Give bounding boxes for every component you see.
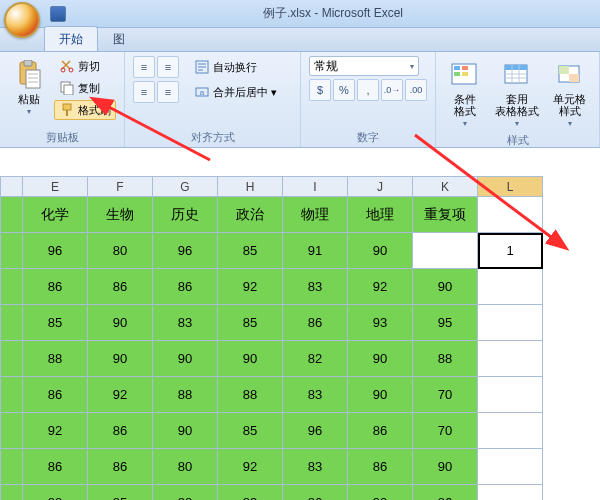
- cell[interactable]: 80: [88, 233, 153, 269]
- wrap-text-button[interactable]: 自动换行: [189, 56, 262, 78]
- row-lead[interactable]: [1, 197, 23, 233]
- row-lead[interactable]: [1, 305, 23, 341]
- cell[interactable]: 90: [413, 449, 478, 485]
- row-lead[interactable]: [1, 233, 23, 269]
- corner-cell[interactable]: [1, 177, 23, 197]
- cell[interactable]: 88: [218, 377, 283, 413]
- cell[interactable]: [478, 305, 543, 341]
- cell[interactable]: 92: [218, 269, 283, 305]
- header-cell[interactable]: 地理: [348, 197, 413, 233]
- cell[interactable]: 92: [348, 269, 413, 305]
- cell[interactable]: [478, 341, 543, 377]
- number-format-combo[interactable]: 常规 ▾: [309, 56, 419, 76]
- cell[interactable]: 86: [88, 269, 153, 305]
- cell[interactable]: [478, 413, 543, 449]
- worksheet[interactable]: EFGHIJKL化学生物历史政治物理地理重复项96809685919018686…: [0, 176, 600, 500]
- cell[interactable]: 96: [283, 413, 348, 449]
- paste-button[interactable]: 粘贴 ▾: [8, 56, 50, 119]
- cell[interactable]: 85: [88, 485, 153, 501]
- copy-button[interactable]: 复制: [54, 78, 116, 98]
- cell[interactable]: 85: [23, 305, 88, 341]
- cell[interactable]: 90: [88, 341, 153, 377]
- cell[interactable]: 90: [88, 305, 153, 341]
- cell[interactable]: 86: [23, 269, 88, 305]
- cell[interactable]: 92: [23, 413, 88, 449]
- cell[interactable]: 83: [283, 449, 348, 485]
- cell[interactable]: 90: [348, 377, 413, 413]
- cell[interactable]: 83: [283, 269, 348, 305]
- cell[interactable]: 95: [413, 305, 478, 341]
- cell[interactable]: 83: [283, 377, 348, 413]
- tab-other[interactable]: 图: [98, 26, 140, 51]
- save-icon[interactable]: [50, 6, 66, 22]
- align-misc-button[interactable]: ≡: [133, 56, 155, 78]
- col-header-F[interactable]: F: [88, 177, 153, 197]
- cell[interactable]: 83: [153, 305, 218, 341]
- cell[interactable]: [478, 485, 543, 501]
- cell[interactable]: 92: [348, 485, 413, 501]
- col-header-E[interactable]: E: [23, 177, 88, 197]
- header-cell[interactable]: 化学: [23, 197, 88, 233]
- cell[interactable]: 90: [218, 341, 283, 377]
- cell[interactable]: 85: [218, 305, 283, 341]
- col-header-J[interactable]: J: [348, 177, 413, 197]
- col-header-H[interactable]: H: [218, 177, 283, 197]
- cell[interactable]: 86: [283, 305, 348, 341]
- header-cell[interactable]: 历史: [153, 197, 218, 233]
- cell[interactable]: 92: [218, 449, 283, 485]
- cell[interactable]: 86: [413, 485, 478, 501]
- row-lead[interactable]: [1, 341, 23, 377]
- cell[interactable]: 83: [218, 485, 283, 501]
- cell[interactable]: [478, 269, 543, 305]
- format-painter-button[interactable]: 格式刷: [54, 100, 116, 120]
- merge-center-button[interactable]: a 合并后居中 ▾: [189, 81, 282, 103]
- cell[interactable]: 92: [88, 377, 153, 413]
- cell[interactable]: [478, 449, 543, 485]
- cell[interactable]: 88: [413, 341, 478, 377]
- cell[interactable]: 82: [283, 341, 348, 377]
- cell[interactable]: 88: [153, 377, 218, 413]
- percent-button[interactable]: %: [333, 79, 355, 101]
- cut-button[interactable]: 剪切: [54, 56, 116, 76]
- cell[interactable]: 90: [348, 341, 413, 377]
- align-right-button[interactable]: ≡: [157, 81, 179, 103]
- cell[interactable]: 80: [153, 449, 218, 485]
- row-lead[interactable]: [1, 377, 23, 413]
- office-button[interactable]: [4, 2, 40, 38]
- cell[interactable]: 85: [218, 233, 283, 269]
- row-lead[interactable]: [1, 449, 23, 485]
- cell[interactable]: 86: [348, 449, 413, 485]
- cell[interactable]: 80: [23, 485, 88, 501]
- currency-button[interactable]: $: [309, 79, 331, 101]
- cell[interactable]: 86: [88, 449, 153, 485]
- table-format-button[interactable]: 套用 表格格式 ▾: [490, 56, 544, 131]
- align-misc2-button[interactable]: ≡: [157, 56, 179, 78]
- cell[interactable]: 88: [153, 485, 218, 501]
- comma-button[interactable]: ,: [357, 79, 379, 101]
- cell[interactable]: 70: [413, 377, 478, 413]
- cell[interactable]: 86: [153, 269, 218, 305]
- cell[interactable]: 70: [413, 413, 478, 449]
- cell[interactable]: 96: [153, 233, 218, 269]
- decrease-decimal-button[interactable]: .00: [405, 79, 427, 101]
- increase-decimal-button[interactable]: .0→: [381, 79, 403, 101]
- cell[interactable]: 96: [23, 233, 88, 269]
- cell[interactable]: 90: [153, 413, 218, 449]
- header-cell[interactable]: 重复项: [413, 197, 478, 233]
- col-header-K[interactable]: K: [413, 177, 478, 197]
- cell[interactable]: 1: [478, 233, 543, 269]
- cell[interactable]: 90: [348, 233, 413, 269]
- cell[interactable]: [478, 377, 543, 413]
- conditional-format-button[interactable]: 条件格式 ▾: [444, 56, 486, 131]
- cell[interactable]: 86: [88, 413, 153, 449]
- tab-home[interactable]: 开始: [44, 26, 98, 51]
- header-cell[interactable]: 物理: [283, 197, 348, 233]
- cell[interactable]: 86: [283, 485, 348, 501]
- cell[interactable]: 86: [348, 413, 413, 449]
- cell[interactable]: 85: [218, 413, 283, 449]
- header-cell[interactable]: 生物: [88, 197, 153, 233]
- header-cell[interactable]: 政治: [218, 197, 283, 233]
- cell[interactable]: [413, 233, 478, 269]
- cell[interactable]: 90: [153, 341, 218, 377]
- align-left-button[interactable]: ≡: [133, 81, 155, 103]
